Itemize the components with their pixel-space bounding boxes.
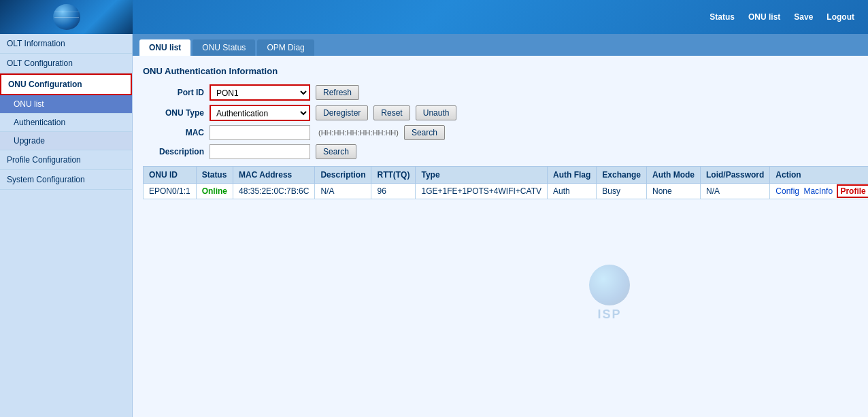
form-row-onu-type: ONU Type Authentication All Registered U… <box>143 105 858 121</box>
cell-auth-mode: None <box>647 184 701 199</box>
sidebar-item-profile-configuration[interactable]: Profile Configuration <box>0 150 132 170</box>
table-header-row: ONU ID Status MAC Address Description RT… <box>144 167 869 184</box>
port-id-select[interactable]: PON1 PON2 PON3 PON4 <box>210 84 310 101</box>
sidebar-item-system-configuration[interactable]: System Configuration <box>0 170 132 190</box>
tab-bar: ONU list ONU Status OPM Diag <box>133 34 868 56</box>
cell-action: Config MacInfo Profile <box>770 184 868 199</box>
sidebar-item-onu-configuration[interactable]: ONU Configuration <box>0 73 132 95</box>
sidebar-item-olt-configuration[interactable]: OLT Configuration <box>0 54 132 73</box>
nav-logout[interactable]: Logout <box>827 12 854 22</box>
description-label: Description <box>143 147 204 156</box>
sidebar-item-olt-information[interactable]: OLT Information <box>0 34 132 54</box>
refresh-button[interactable]: Refresh <box>316 85 359 100</box>
col-onu-id: ONU ID <box>144 167 197 184</box>
tab-onu-status[interactable]: ONU Status <box>193 39 255 56</box>
form-row-description: Description Search <box>143 144 858 159</box>
col-auth-mode: Auth Mode <box>647 167 701 184</box>
col-mac: MAC Address <box>233 167 315 184</box>
layout: OLT Information OLT Configuration ONU Co… <box>0 34 868 417</box>
description-input[interactable] <box>210 144 310 159</box>
content-area: ONU Authentication Information Port ID P… <box>133 56 868 210</box>
col-type: Type <box>416 167 548 184</box>
col-auth-flag: Auth Flag <box>547 167 596 184</box>
nav-onu-list[interactable]: ONU list <box>748 12 780 22</box>
deregister-button[interactable]: Deregister <box>316 105 368 120</box>
cell-auth-flag: Auth <box>547 184 596 199</box>
col-loid: Loid/Password <box>701 167 770 184</box>
search-description-button[interactable]: Search <box>316 144 356 159</box>
mac-hint: (HH:HH:HH:HH:HH:HH) <box>318 129 399 137</box>
tab-opm-diag[interactable]: OPM Diag <box>257 39 314 56</box>
reset-button[interactable]: Reset <box>373 105 410 120</box>
cell-status: Online <box>196 184 233 199</box>
logo <box>0 0 133 34</box>
onu-table: ONU ID Status MAC Address Description RT… <box>143 166 868 199</box>
cell-rtt: 96 <box>371 184 416 199</box>
sidebar-subitem-onu-list[interactable]: ONU list <box>0 95 132 114</box>
action-profile[interactable]: Profile <box>837 184 868 198</box>
action-config[interactable]: Config <box>775 186 799 196</box>
unauth-button[interactable]: Unauth <box>416 105 457 120</box>
col-status: Status <box>196 167 233 184</box>
mac-input[interactable] <box>210 125 310 140</box>
page-title: ONU Authentication Information <box>143 66 858 76</box>
mac-label: MAC <box>143 128 204 137</box>
cell-description: N/A <box>315 184 371 199</box>
form-row-mac: MAC (HH:HH:HH:HH:HH:HH) Search <box>143 125 858 140</box>
col-action: Action <box>770 167 868 184</box>
form-row-port-id: Port ID PON1 PON2 PON3 PON4 Refresh <box>143 84 858 101</box>
col-description: Description <box>315 167 371 184</box>
cell-type: 1GE+1FE+1POTS+4WIFI+CATV <box>416 184 548 199</box>
main-content: ONU list ONU Status OPM Diag ONU Authent… <box>133 34 868 417</box>
col-rtt: RTT(TQ) <box>371 167 416 184</box>
form-section: Port ID PON1 PON2 PON3 PON4 Refresh ONU … <box>143 84 858 159</box>
action-macinfo[interactable]: MacInfo <box>803 186 833 196</box>
onu-type-label: ONU Type <box>143 108 204 118</box>
port-id-label: Port ID <box>143 88 204 97</box>
top-nav: Status ONU list Save Logout <box>710 12 854 22</box>
cell-mac: 48:35:2E:0C:7B:6C <box>233 184 315 199</box>
sidebar: OLT Information OLT Configuration ONU Co… <box>0 34 133 417</box>
nav-status[interactable]: Status <box>710 12 735 22</box>
table-row: EPON0/1:1 Online 48:35:2E:0C:7B:6C N/A 9… <box>144 184 869 199</box>
cell-loid: N/A <box>701 184 770 199</box>
cell-exchange: Busy <box>597 184 647 199</box>
search-mac-button[interactable]: Search <box>404 125 445 140</box>
onu-type-select[interactable]: Authentication All Registered Unregister… <box>210 105 310 121</box>
top-bar: Status ONU list Save Logout <box>0 0 868 34</box>
sidebar-subitem-authentication[interactable]: Authentication <box>0 114 132 132</box>
cell-onu-id: EPON0/1:1 <box>144 184 197 199</box>
col-exchange: Exchange <box>597 167 647 184</box>
sidebar-subitem-upgrade[interactable]: Upgrade <box>0 132 132 150</box>
nav-save[interactable]: Save <box>794 12 813 22</box>
tab-onu-list[interactable]: ONU list <box>139 39 190 56</box>
